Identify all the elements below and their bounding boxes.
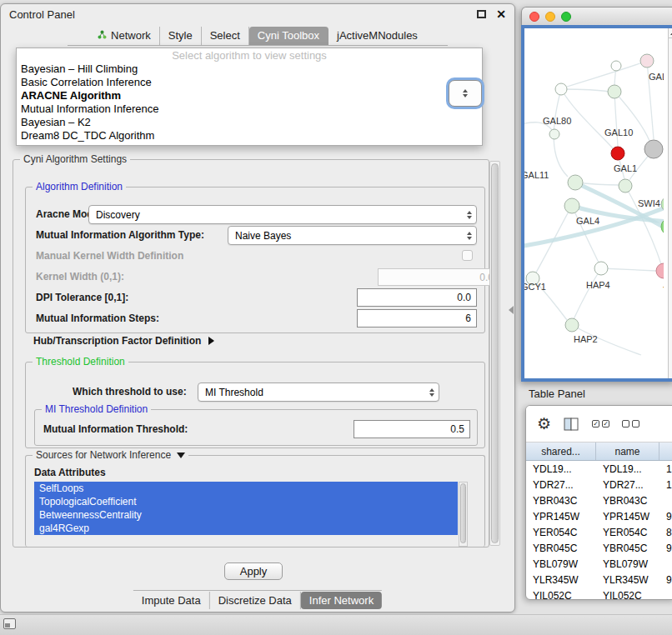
network-node-label: GAL8	[649, 72, 664, 82]
hub-definition-toggle[interactable]: Hub/Transcription Factor Definition	[33, 335, 214, 347]
network-scrollbar[interactable]	[668, 28, 672, 378]
table-panel-title: Table Panel	[529, 388, 585, 400]
data-attributes-list[interactable]: SelfLoopsTopologicalCoefficientBetweenne…	[34, 482, 468, 547]
tab-network[interactable]: Network	[89, 27, 160, 45]
settings-gear-icon[interactable]: ⚙	[537, 416, 551, 432]
minimized-panel-icon[interactable]	[3, 618, 16, 629]
table-cell: 9.	[659, 542, 672, 554]
mi-type-select[interactable]: Naive Bayes	[228, 226, 477, 245]
control-panel-titlebar: Control Panel ✕	[1, 4, 514, 24]
table-row[interactable]: YDL19...YDL19...13	[526, 461, 672, 477]
table-row[interactable]: YIL052CYIL052C	[526, 588, 672, 600]
bottom-tab-infer-network[interactable]: Infer Network	[301, 592, 382, 609]
expand-right-icon	[208, 337, 214, 345]
algorithm-combo-button[interactable]	[449, 80, 482, 107]
network-edge	[561, 89, 609, 92]
table-row[interactable]: YBR043CYBR043C	[526, 492, 672, 508]
column-selector-icon[interactable]	[564, 418, 579, 431]
window-close-button[interactable]	[529, 12, 539, 22]
table-row[interactable]: YLR345WYLR345W9.	[526, 572, 672, 588]
aracne-mode-select[interactable]: Discovery	[88, 205, 477, 224]
table-cell: YER054C	[596, 527, 659, 538]
settings-scrollbar[interactable]	[489, 161, 500, 546]
network-node[interactable]	[644, 140, 663, 158]
checked-box-icon: ✓	[602, 420, 609, 428]
which-threshold-select[interactable]: MI Threshold	[198, 382, 439, 402]
network-node[interactable]	[608, 85, 621, 98]
tab-cyni-toolbox[interactable]: Cyni Toolbox	[249, 27, 328, 45]
table-row[interactable]: YDR27...YDR27...12	[526, 477, 672, 492]
attribute-list-scrollbar[interactable]	[459, 482, 468, 547]
network-node[interactable]	[555, 83, 567, 95]
network-node[interactable]	[565, 318, 579, 332]
attribute-list-item[interactable]: SelfLoops	[34, 482, 458, 495]
select-all-icon[interactable]: ✓ ✓	[592, 420, 609, 428]
window-minimize-button[interactable]	[545, 12, 555, 22]
table-row[interactable]: YBL079WYBL079W	[526, 556, 672, 572]
tab-label: jActiveMNodules	[337, 29, 418, 42]
network-node[interactable]	[594, 262, 608, 275]
scrollbar-thumb[interactable]	[491, 163, 499, 543]
bottom-tab-discretize-data[interactable]: Discretize Data	[210, 592, 301, 609]
algorithm-option[interactable]: Dream8 DC_TDC Algorithm	[17, 129, 482, 142]
algorithm-option[interactable]: ARACNE Algorithm	[17, 89, 482, 102]
attribute-list-item[interactable]: gal4RGexp	[34, 522, 458, 535]
network-graph[interactable]: GAL10GAL80GAL11GAL1SWI4GAL4GCY1HAP4HAP2G…	[524, 28, 664, 375]
combo-arrows-icon	[467, 211, 472, 219]
table-panel-window: ⚙ ✓ ✓ shared...name YDL19...YDL19...13YD…	[525, 405, 672, 600]
network-node[interactable]	[611, 147, 624, 160]
float-panel-icon[interactable]	[477, 10, 486, 18]
network-node[interactable]	[640, 54, 654, 68]
dpi-tolerance-label: DPI Tolerance [0,1]:	[36, 292, 128, 303]
table-row[interactable]: YPR145WYPR145W9.	[526, 508, 672, 524]
network-canvas[interactable]: GAL10GAL80GAL11GAL1SWI4GAL4GCY1HAP4HAP2G…	[524, 28, 672, 378]
mi-threshold-input[interactable]: 0.5	[354, 420, 470, 438]
mi-threshold-value: 0.5	[450, 423, 464, 435]
network-node[interactable]	[549, 129, 559, 139]
algorithm-option[interactable]: Bayesian – K2	[17, 116, 482, 129]
combo-arrows-icon	[463, 89, 468, 98]
algorithm-option[interactable]: Mutual Information Inference	[17, 102, 482, 116]
table-row[interactable]: YER054CYER054C8.	[526, 524, 672, 540]
table-cell: 9.	[659, 574, 672, 586]
mi-steps-label: Mutual Information Steps:	[36, 312, 159, 324]
network-node-label: GAL10	[604, 128, 633, 138]
unchecked-box-icon	[632, 420, 639, 428]
table-row[interactable]: YBR045CYBR045C9.	[526, 540, 672, 556]
attribute-list-item[interactable]: TopologicalCoefficient	[34, 495, 458, 508]
bottom-tab-impute-data[interactable]: Impute Data	[133, 592, 210, 609]
threshold-definition-group: Threshold Definition Which threshold to …	[25, 362, 485, 448]
tab-select[interactable]: Select	[202, 27, 249, 45]
algorithm-option[interactable]: Bayesian – Hill Climbing	[17, 62, 482, 76]
column-header[interactable]: name	[596, 442, 659, 460]
network-node[interactable]	[568, 175, 583, 190]
network-node[interactable]	[619, 179, 632, 192]
column-header[interactable]	[659, 442, 672, 460]
network-node[interactable]	[564, 198, 579, 213]
kernel-width-input[interactable]: 0.0	[378, 268, 499, 286]
attribute-list-item[interactable]: BetweennessCentrality	[34, 508, 458, 522]
window-zoom-button[interactable]	[561, 12, 571, 22]
column-header[interactable]: shared...	[526, 442, 596, 460]
network-window-titlebar[interactable]	[521, 7, 672, 25]
algorithm-option[interactable]: Basic Correlation Inference	[17, 76, 482, 89]
network-node[interactable]	[656, 263, 664, 278]
which-threshold-value: MI Threshold	[205, 387, 263, 398]
deselect-all-icon[interactable]	[622, 420, 639, 428]
network-node[interactable]	[611, 61, 621, 71]
panel-resize-handle[interactable]	[509, 306, 514, 314]
collapse-down-icon[interactable]	[177, 452, 185, 458]
scroll-up-button[interactable]	[669, 28, 672, 38]
apply-button[interactable]: Apply	[224, 562, 283, 580]
hub-definition-label: Hub/Transcription Factor Definition	[33, 335, 201, 347]
tab-jactivemnodules[interactable]: jActiveMNodules	[328, 27, 426, 45]
network-edge	[574, 268, 601, 319]
tab-style[interactable]: Style	[160, 27, 202, 45]
mi-steps-input[interactable]: 6	[357, 309, 477, 328]
close-panel-icon[interactable]: ✕	[496, 8, 506, 20]
cyni-settings-group: Cyni Algorithm Settings Algorithm Defini…	[13, 159, 489, 548]
table-cell: YBL079W	[526, 558, 596, 570]
dpi-tolerance-input[interactable]: 0.0	[357, 288, 477, 307]
table-cell: YLR345W	[526, 574, 596, 586]
manual-kernel-checkbox[interactable]	[462, 250, 473, 261]
